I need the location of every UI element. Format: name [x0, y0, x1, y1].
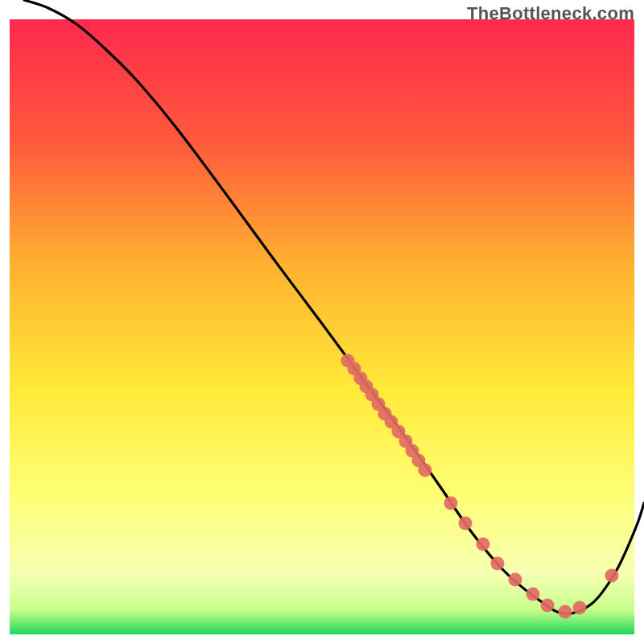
watermark-text: TheBottleneck.com [467, 3, 634, 24]
chart-stage: TheBottleneck.com [0, 0, 644, 644]
data-point [573, 601, 587, 615]
gradient-panel [10, 19, 634, 634]
data-point [526, 588, 540, 601]
data-point [459, 517, 473, 530]
data-point [559, 605, 572, 619]
data-point [541, 599, 555, 613]
data-point [419, 464, 432, 477]
data-point [605, 569, 619, 583]
data-point [444, 497, 458, 510]
data-point [491, 557, 505, 571]
chart-svg [0, 0, 644, 644]
data-point [477, 538, 490, 551]
data-point [509, 573, 522, 587]
